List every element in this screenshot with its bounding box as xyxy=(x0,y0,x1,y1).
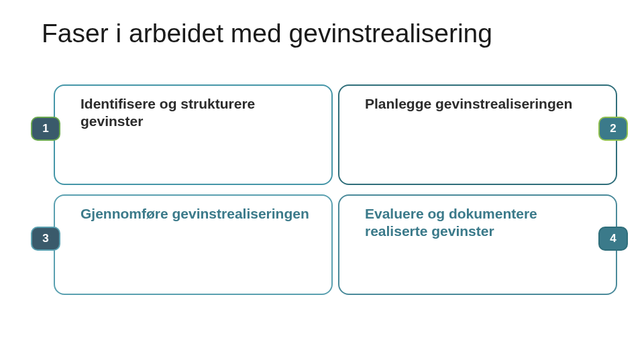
phase-card-3: Gjennomføre gevinstrealiseringen 3 xyxy=(54,194,333,295)
phase-card-1: Identifisere og strukturere gevinster 1 xyxy=(54,84,333,185)
phase-card-4: Evaluere og dokumentere realiserte gevin… xyxy=(338,194,617,295)
phase-number-badge: 1 xyxy=(31,117,60,141)
phase-label: Identifisere og strukturere gevinster xyxy=(80,95,313,131)
phase-card-2: Planlegge gevinstrealiseringen 2 xyxy=(338,84,617,185)
phase-number-badge: 2 xyxy=(598,117,628,141)
phase-label: Evaluere og dokumentere realiserte gevin… xyxy=(365,205,597,241)
page-title: Faser i arbeidet med gevinstrealisering xyxy=(42,19,492,48)
phase-grid: Identifisere og strukturere gevinster 1 … xyxy=(54,84,617,295)
phase-number-badge: 4 xyxy=(598,227,628,251)
phase-label: Gjennomføre gevinstrealiseringen xyxy=(80,205,313,223)
phase-number-badge: 3 xyxy=(31,227,60,251)
phase-label: Planlegge gevinstrealiseringen xyxy=(365,95,597,113)
